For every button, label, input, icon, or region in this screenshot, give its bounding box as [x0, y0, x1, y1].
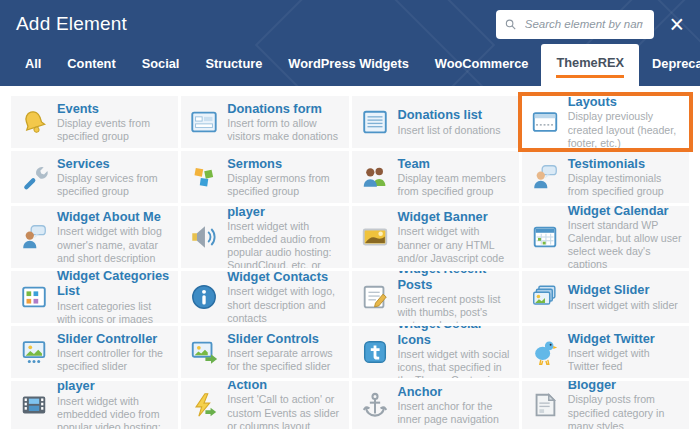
- element-sermons[interactable]: Sermons Display sermons from specified g…: [181, 151, 348, 203]
- element-title: Donations form: [227, 101, 342, 116]
- element-title: Widget Banner: [398, 209, 513, 224]
- element-title: Widget Calendar: [568, 206, 683, 218]
- element-description: Insert widget with blog owner's name, av…: [57, 225, 172, 264]
- element-title: Services: [57, 156, 172, 171]
- element-anchor[interactable]: Anchor Insert anchor for the inner page …: [352, 381, 519, 429]
- element-slider-controller[interactable]: Slider Controller Insert controller for …: [11, 326, 178, 378]
- tab-woocommerce[interactable]: WooCommerce: [422, 44, 542, 86]
- tab-themerex[interactable]: ThemeREX: [541, 44, 639, 86]
- recent-posts-icon: [359, 281, 391, 313]
- anchor-icon: [359, 389, 391, 421]
- slider-controls-icon: [188, 336, 220, 368]
- element-title: Widget Slider: [568, 282, 683, 297]
- wrench-icon: [18, 161, 50, 193]
- element-description: Insert controller for the specified slid…: [57, 347, 172, 373]
- element-widget-video-player[interactable]: Widget Video player Insert widget with e…: [11, 381, 178, 429]
- element-widget-calendar[interactable]: Widget Calendar Insert standard WP Calen…: [522, 206, 689, 268]
- cubes-icon: [188, 161, 220, 193]
- element-description: Insert list of donations: [398, 124, 513, 137]
- element-widget-social-icons[interactable]: Widget Social Icons Insert widget with s…: [352, 326, 519, 378]
- search-input[interactable]: [523, 17, 646, 31]
- tab-deprecated[interactable]: Deprecated: [639, 44, 700, 86]
- element-events[interactable]: Events Display events from specified gro…: [11, 96, 178, 148]
- element-title: Layouts: [568, 96, 683, 109]
- element-title: Donations list: [398, 107, 513, 122]
- search-box[interactable]: [496, 10, 654, 39]
- element-slider-controls[interactable]: Slider Controls Insert separate arrows f…: [181, 326, 348, 378]
- form-icon: [188, 106, 220, 138]
- element-blogger[interactable]: Blogger Display posts from specified cat…: [522, 381, 689, 429]
- element-title: Widget Categories List: [57, 271, 172, 299]
- testimonial-bubble-icon: [529, 161, 561, 193]
- tab-structure[interactable]: Structure: [192, 44, 275, 86]
- tab-all[interactable]: All: [12, 44, 54, 86]
- element-description: Insert standard WP Calendar, but allow u…: [568, 219, 683, 268]
- element-title: Widget Audio player: [227, 206, 342, 219]
- element-team[interactable]: Team Display team members from specified…: [352, 151, 519, 203]
- element-title: Team: [398, 156, 513, 171]
- element-description: Insert anchor for the inner page navigat…: [398, 400, 513, 426]
- search-icon: [505, 18, 516, 31]
- element-widget-slider[interactable]: Widget Slider Insert widget with slider: [522, 271, 689, 323]
- tab-wordpress-widgets[interactable]: WordPress Widgets: [275, 44, 422, 86]
- element-widget-about-me[interactable]: Widget About Me Insert widget with blog …: [11, 206, 178, 268]
- element-widget-twitter[interactable]: Widget Twitter Insert widget with Twitte…: [522, 326, 689, 378]
- element-description: Display sermons from specified group: [227, 172, 342, 198]
- element-description: Insert 'Call to action' or custom Events…: [227, 393, 342, 429]
- element-testimonials[interactable]: Testimonials Display testimonials from s…: [522, 151, 689, 203]
- layout-window-icon: [529, 106, 561, 138]
- element-description: Insert recent posts list with thumbs, po…: [398, 293, 513, 323]
- element-title: Blogger: [568, 381, 683, 392]
- about-me-icon: [18, 221, 50, 253]
- tab-social[interactable]: Social: [129, 44, 193, 86]
- team-icon: [359, 161, 391, 193]
- element-description: Insert form to allow visitors make donat…: [227, 117, 342, 143]
- close-icon[interactable]: ×: [669, 12, 684, 37]
- element-title: Anchor: [398, 384, 513, 399]
- element-widget-banner[interactable]: Widget Banner Insert widget with banner …: [352, 206, 519, 268]
- element-description: Insert widget with Twitter feed: [568, 347, 683, 373]
- element-description: Insert widget with embedded audio from p…: [227, 220, 342, 268]
- film-strip-icon: [18, 389, 50, 421]
- element-title: Testimonials: [568, 156, 683, 171]
- tab-content[interactable]: Content: [54, 44, 128, 86]
- element-title: Widget Contacts: [227, 271, 342, 284]
- element-description: Display posts from specified category in…: [568, 393, 683, 429]
- element-title: Slider Controls: [227, 331, 342, 346]
- page-title: Add Element: [16, 13, 127, 35]
- element-title: Sermons: [227, 156, 342, 171]
- lightning-icon: [188, 389, 220, 421]
- categories-grid-icon: [18, 281, 50, 313]
- element-action[interactable]: Action Insert 'Call to action' or custom…: [181, 381, 348, 429]
- slider-controller-icon: [18, 336, 50, 368]
- element-description: Insert widget with logo, short descripti…: [227, 285, 342, 323]
- element-layouts[interactable]: Layouts Display previously created layou…: [522, 96, 689, 148]
- element-widget-contacts[interactable]: Widget Contacts Insert widget with logo,…: [181, 271, 348, 323]
- blogger-doc-icon: [529, 389, 561, 421]
- dialog-header: Add Element × AllContentSocialStructureW…: [0, 0, 700, 86]
- element-services[interactable]: Services Display services from specified…: [11, 151, 178, 203]
- element-description: Display team members from specified grou…: [398, 172, 513, 198]
- element-description: Display events from specified group: [57, 117, 172, 143]
- element-description: Display previously created layout (heade…: [568, 110, 683, 148]
- element-widget-audio-player[interactable]: Widget Audio player Insert widget with e…: [181, 206, 348, 268]
- calendar-icon: [529, 221, 561, 253]
- tab-bar: AllContentSocialStructureWordPress Widge…: [0, 42, 700, 86]
- element-donations-form[interactable]: Donations form Insert form to allow visi…: [181, 96, 348, 148]
- element-donations-list[interactable]: Donations list Insert list of donations: [352, 96, 519, 148]
- speaker-icon: [188, 221, 220, 253]
- element-title: Widget Twitter: [568, 331, 683, 346]
- element-widget-recent-posts[interactable]: Widget Recent Posts Insert recent posts …: [352, 271, 519, 323]
- element-description: Display testimonials from specified grou…: [568, 172, 683, 198]
- element-description: Insert widget with embedded video from p…: [57, 395, 172, 429]
- twitter-bird-icon: [529, 336, 561, 368]
- element-title: Widget About Me: [57, 209, 172, 224]
- element-title: Widget Video player: [57, 381, 172, 394]
- slider-stack-icon: [529, 281, 561, 313]
- bell-icon: [18, 106, 50, 138]
- element-description: Insert widget with social icons, that sp…: [398, 348, 513, 378]
- element-widget-categories-list[interactable]: Widget Categories List Insert categories…: [11, 271, 178, 323]
- element-description: Insert widget with slider: [568, 299, 683, 312]
- element-description: Insert categories list with icons or ima…: [57, 300, 172, 323]
- element-title: Action: [227, 381, 342, 392]
